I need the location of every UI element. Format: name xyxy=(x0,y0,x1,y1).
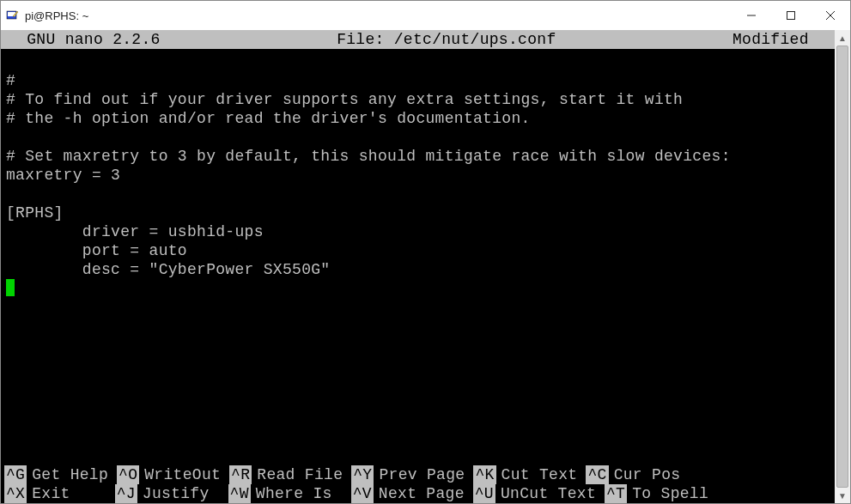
minimize-button[interactable] xyxy=(732,1,771,30)
editor-line: # Set maxretry to 3 by default, this sho… xyxy=(6,148,731,165)
editor-line: driver = usbhid-ups xyxy=(6,223,264,240)
window-title: pi@RPHS: ~ xyxy=(25,9,88,22)
window-root: pi@RPHS: ~ GNU nano 2.2.6 File: /etc/nut… xyxy=(0,0,851,504)
editor-line: maxretry = 3 xyxy=(6,167,120,184)
shortcut-prev-page[interactable]: ^YPrev Page xyxy=(351,465,465,484)
nano-modified-status: Modified xyxy=(732,30,828,49)
maximize-button[interactable] xyxy=(771,1,811,30)
editor-content[interactable]: # # To find out if your driver supports … xyxy=(1,49,835,299)
shortcut-get-help[interactable]: ^GGet Help xyxy=(4,465,108,484)
editor-line: port = auto xyxy=(6,242,187,259)
editor-line: # xyxy=(6,72,15,89)
shortcut-cut-text[interactable]: ^KCut Text xyxy=(473,465,577,484)
text-cursor xyxy=(6,279,15,296)
nano-shortcuts: ^GGet Help ^OWriteOut ^RRead File ^YPrev… xyxy=(1,465,835,503)
scrollbar-thumb[interactable] xyxy=(836,46,848,488)
titlebar[interactable]: pi@RPHS: ~ xyxy=(1,1,850,30)
shortcut-next-page[interactable]: ^VNext Page xyxy=(351,484,465,503)
close-button[interactable] xyxy=(811,1,850,30)
scroll-down-button[interactable]: ▼ xyxy=(835,488,850,503)
shortcut-justify[interactable]: ^JJustify xyxy=(115,484,210,503)
editor-line: desc = "CyberPower SX550G" xyxy=(6,261,330,278)
editor-line: # the -h option and/or read the driver's… xyxy=(6,110,531,127)
editor-line: # To find out if your driver supports an… xyxy=(6,91,683,108)
client-area: GNU nano 2.2.6 File: /etc/nut/ups.conf M… xyxy=(1,30,850,503)
scrollbar-track[interactable] xyxy=(835,46,850,488)
putty-icon xyxy=(6,9,20,22)
shortcut-read-file[interactable]: ^RRead File xyxy=(229,465,343,484)
shortcut-uncut-text[interactable]: ^UUnCut Text xyxy=(473,484,596,503)
editor-line: [RPHS] xyxy=(6,204,64,222)
shortcut-to-spell[interactable]: ^TTo Spell xyxy=(605,484,708,503)
nano-app-name: GNU nano 2.2.6 xyxy=(8,30,161,49)
vertical-scrollbar[interactable]: ▲ ▼ xyxy=(835,30,850,503)
nano-status-bar: GNU nano 2.2.6 File: /etc/nut/ups.conf M… xyxy=(1,30,835,49)
terminal[interactable]: GNU nano 2.2.6 File: /etc/nut/ups.conf M… xyxy=(1,30,835,503)
shortcut-exit[interactable]: ^XExit xyxy=(4,484,70,503)
scroll-up-button[interactable]: ▲ xyxy=(835,30,850,46)
shortcut-cur-pos[interactable]: ^CCur Pos xyxy=(586,465,680,484)
nano-file-label: File: /etc/nut/ups.conf xyxy=(161,30,732,49)
shortcuts-row-1: ^GGet Help ^OWriteOut ^RRead File ^YPrev… xyxy=(1,465,835,484)
shortcut-writeout[interactable]: ^OWriteOut xyxy=(117,465,221,484)
svg-rect-3 xyxy=(787,12,795,20)
shortcut-where-is[interactable]: ^WWhere Is xyxy=(228,484,332,503)
shortcuts-row-2: ^XExit ^JJustify ^WWhere Is ^VNext Page … xyxy=(1,484,835,503)
